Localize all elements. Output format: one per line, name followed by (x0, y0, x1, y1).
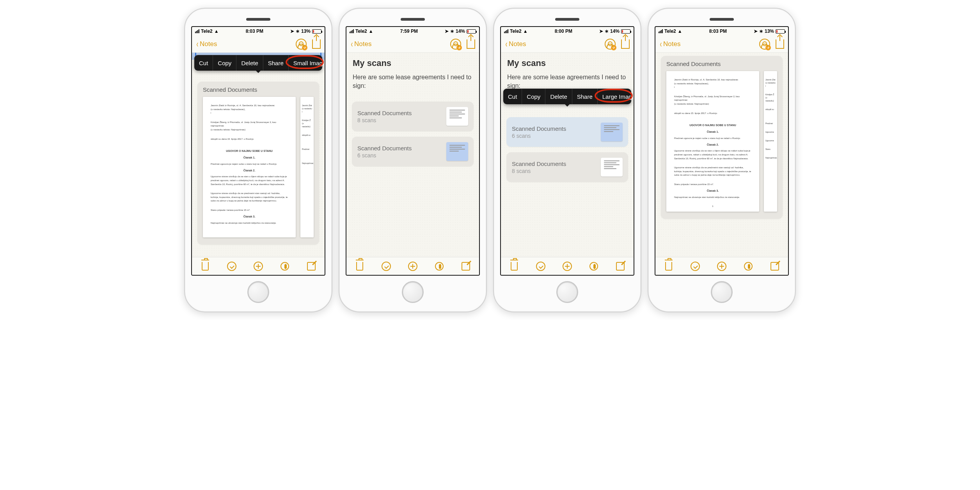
screen: Tele2 ▲ 8:00 PM ➤ ∗ 14% ‹ Notes + (500, 26, 634, 276)
note-content[interactable]: My scans Here are some lease agreements … (501, 53, 634, 257)
share-button[interactable] (312, 39, 321, 49)
signal-bars-icon (350, 29, 354, 33)
add-people-button[interactable]: + (605, 39, 616, 50)
compose-note-button[interactable] (305, 260, 317, 272)
card-subtitle: 6 scans (357, 152, 412, 159)
scan-thumbnail (601, 158, 623, 176)
signal-bars-icon (195, 29, 199, 33)
phone-frame: Tele2 ▲ 8:03 PM ➤ ∗ 13% ‹ Notes + (648, 8, 796, 312)
scanned-documents-card[interactable]: Scanned Documents 8 scans (506, 152, 628, 182)
phone-frame: Tele2 ▲ 8:00 PM ➤ ∗ 14% ‹ Notes + (493, 8, 641, 312)
status-time: 8:03 PM (246, 29, 263, 34)
add-attachment-button[interactable] (716, 260, 728, 272)
back-to-notes-button[interactable]: ‹ Notes (659, 39, 680, 49)
card-title: Scanned Documents (203, 86, 314, 93)
context-menu: Cut Copy Delete Share Small Images (194, 55, 322, 71)
card-title: Scanned Documents (512, 125, 566, 132)
home-button[interactable] (402, 281, 424, 303)
back-label: Notes (354, 40, 371, 48)
bluetooth-icon: ∗ (296, 29, 300, 34)
status-bar: Tele2 ▲ 8:00 PM ➤ ∗ 14% (501, 27, 634, 36)
battery-icon (621, 29, 630, 34)
scanned-documents-card[interactable]: Scanned Documents Jasmin Zlatić iz Rovin… (197, 82, 319, 244)
location-icon: ➤ (445, 29, 449, 34)
speaker-grille (246, 18, 270, 21)
back-to-notes-button[interactable]: ‹ Notes (505, 39, 526, 49)
scanned-documents-card[interactable]: Scanned Documents 8 scans (352, 102, 474, 131)
back-to-notes-button[interactable]: ‹ Notes (196, 39, 217, 49)
delete-note-button[interactable] (663, 260, 675, 272)
home-button[interactable] (556, 281, 578, 303)
status-battery-pct: 14% (610, 29, 620, 34)
back-label: Notes (663, 40, 680, 48)
ctx-share[interactable]: Share (572, 89, 598, 104)
ctx-share[interactable]: Share (263, 55, 289, 71)
note-toolbar (192, 257, 325, 275)
scanned-documents-card-selected[interactable]: Scanned Documents 6 scans (506, 117, 628, 147)
ctx-small-images[interactable]: Small Images (289, 55, 325, 71)
add-people-button[interactable]: + (759, 39, 770, 50)
ctx-cut[interactable]: Cut (194, 55, 213, 71)
bluetooth-icon: ∗ (759, 29, 763, 34)
card-subtitle: 8 scans (357, 117, 412, 123)
share-button[interactable] (621, 39, 630, 49)
bluetooth-icon: ∗ (605, 29, 609, 34)
compose-note-button[interactable] (614, 260, 626, 272)
delete-note-button[interactable] (354, 260, 366, 272)
share-button[interactable] (776, 39, 784, 49)
note-body: Here are some lease agreements I need to… (353, 73, 473, 90)
checklist-button[interactable] (226, 260, 238, 272)
home-button[interactable] (247, 281, 269, 303)
share-button[interactable] (467, 39, 475, 49)
battery-icon (312, 29, 321, 34)
speaker-grille (401, 18, 425, 21)
signal-bars-icon (504, 29, 508, 33)
ctx-copy[interactable]: Copy (522, 89, 545, 104)
compose-note-button[interactable] (769, 260, 781, 272)
ctx-copy[interactable]: Copy (213, 55, 236, 71)
card-title: Scanned Documents (357, 110, 412, 116)
document-page[interactable]: Jasmin Zlatić iz Rovinja, ul. A. Sančevi… (203, 97, 296, 237)
markup-button[interactable] (742, 260, 754, 272)
markup-button[interactable] (588, 260, 600, 272)
location-icon: ➤ (290, 29, 294, 34)
note-content[interactable]: Scanned Documents Jasmin Zlatić iz Rovin… (655, 53, 788, 257)
location-icon: ➤ (599, 29, 603, 34)
compose-note-button[interactable] (460, 260, 472, 272)
scanned-documents-card[interactable]: Scanned Documents Jasmin Zlatić iz Rovin… (661, 56, 783, 219)
back-to-notes-button[interactable]: ‹ Notes (350, 39, 371, 49)
status-time: 8:00 PM (555, 29, 572, 34)
note-content[interactable]: Cut Copy Delete Share Small Images Scann… (192, 53, 325, 257)
back-chevron-icon: ‹ (506, 39, 508, 49)
phone-frame: Tele2 ▲ 8:03 PM ➤ ∗ 13% ‹ Notes + (184, 8, 332, 312)
nav-bar: ‹ Notes + (501, 36, 634, 53)
location-icon: ➤ (754, 29, 758, 34)
ctx-large-images[interactable]: Large Images (598, 89, 634, 104)
document-page[interactable]: Jasmin Zlatić iz Rovinja, ul. A. Sančevi… (666, 71, 759, 212)
checklist-button[interactable] (689, 260, 701, 272)
scanned-documents-card[interactable]: Scanned Documents 6 scans (352, 137, 474, 166)
card-title: Scanned Documents (357, 145, 412, 151)
home-button[interactable] (711, 281, 733, 303)
delete-note-button[interactable] (199, 260, 211, 272)
add-people-button[interactable]: + (296, 39, 307, 50)
ctx-delete[interactable]: Delete (545, 89, 572, 104)
document-page-peek[interactable]: Jasmin Zlat(u nastavkui Kristijan Ž(u na… (300, 97, 314, 237)
document-page-peek[interactable]: Jasmin Zlat(u nastavkui Kristijan Ž(u na… (764, 71, 777, 212)
screen: Tele2 ▲ 7:59 PM ➤ ∗ 14% ‹ Notes + (346, 26, 480, 276)
add-people-button[interactable]: + (450, 39, 461, 50)
add-attachment-button[interactable] (407, 260, 419, 272)
markup-button[interactable] (279, 260, 291, 272)
ctx-cut[interactable]: Cut (503, 89, 522, 104)
note-content[interactable]: My scans Here are some lease agreements … (346, 53, 479, 257)
delete-note-button[interactable] (508, 260, 520, 272)
status-time: 8:03 PM (709, 29, 727, 34)
markup-button[interactable] (433, 260, 445, 272)
wifi-icon: ▲ (678, 29, 682, 34)
add-attachment-button[interactable] (561, 260, 573, 272)
checklist-button[interactable] (535, 260, 547, 272)
add-attachment-button[interactable] (252, 260, 264, 272)
ctx-delete[interactable]: Delete (236, 55, 263, 71)
wifi-icon: ▲ (214, 29, 219, 34)
checklist-button[interactable] (380, 260, 392, 272)
